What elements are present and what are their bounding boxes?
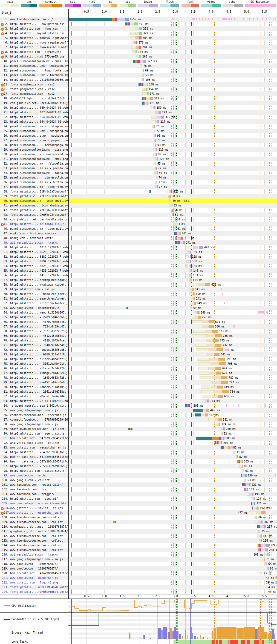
request-label[interactable]: 35. panel.sumaconsu... - dinnersclub.png: [0, 175, 69, 180]
request-label[interactable]: 25. panel.sumaconsu....mx - shipping.png: [0, 129, 69, 133]
request-label[interactable]: 66. http2.mlstatic....- 4170.7d6e8c46.js: [0, 320, 69, 324]
request-label[interactable]: 81. http2.mlstatic....- 2061.c5fd758d.js: [0, 389, 69, 394]
request-label[interactable]: ✕2. http2.mlstati... - navigation.css: [0, 22, 69, 26]
request-label[interactable]: 22. http2.mlstatic....954_042024-00.webp: [0, 115, 69, 119]
request-label[interactable]: 41. panel.sumaconsu... icon-whatsapp.svg: [0, 203, 69, 208]
request-label[interactable]: 116. api.mercadolibre.com - tracks: [0, 552, 69, 557]
request-label[interactable]: 61. http2.mlstatic....search-explorer.js: [0, 296, 69, 301]
request-label[interactable]: 98. http2.mlstatic.com - bases.min.js: [0, 468, 69, 473]
request-label[interactable]: 28. panel.sumaconsu... - mercadopago.png: [0, 143, 69, 147]
request-label[interactable]: 32. panel.sumaconsu...mx - falabella.png: [0, 161, 69, 166]
request-label[interactable]: 73. http2.mlstatic....- 6268.314a76f6.js: [0, 352, 69, 357]
request-label[interactable]: 94. http2.mlstatic....- 4392.fd803f61.js: [0, 450, 69, 455]
request-label[interactable]: 91. bam.nr-data.net...547a290c864571ffcc: [0, 436, 69, 441]
request-label[interactable]: 7. http2.mlstatic....ova-semibold.woff2: [0, 45, 69, 50]
request-label[interactable]: 103. www.facebook.com - trigger/: [0, 492, 69, 496]
request-label[interactable]: 117. www.googletagmanager.com - sw.js: [0, 557, 69, 562]
request-label[interactable]: 82. http2.mlstatic....rModal.1ae6c204.js: [0, 394, 69, 399]
request-label[interactable]: 118. www.google.com - 10808765874/: [0, 562, 69, 566]
request-label[interactable]: 85. www.googletagmanager.com - js: [0, 408, 69, 413]
request-label[interactable]: ✕107. www.gstatic.... recaptcha__en.js: [0, 510, 69, 515]
request-label[interactable]: ✕15. fonts.googleapis.com - css2: [0, 82, 69, 87]
request-label[interactable]: 68. http2.mlstatic....- 7921.d3e2c5f5.js: [0, 329, 69, 334]
request-label[interactable]: 13. panel.sumaconsu....mx - facebook.svg: [0, 73, 69, 77]
request-label[interactable]: ✕8. http2.mlstatic.com - styles.css: [0, 50, 69, 54]
request-label[interactable]: 1. www.tienda.coseche.com - /: [0, 17, 69, 22]
request-label[interactable]: 64. http2.mlstatic....mework.3230b367.js: [0, 310, 69, 315]
request-label[interactable]: 39. fonts.gstatic.c...VrLCz7Z1xlFQ.woff2: [0, 194, 69, 199]
request-label[interactable]: 21. http2.mlstatic....107_042024-00.webp: [0, 110, 69, 115]
request-label[interactable]: 47. unpkg.com - boxicons.min.css: [0, 231, 69, 236]
request-label[interactable]: 90. http2.mlstatic.com - agent.min.js: [0, 431, 69, 436]
request-label[interactable]: 33. panel.sumaconsu...ia.mx - presto.png: [0, 166, 69, 171]
request-label[interactable]: 114. www.tienda.coseche.com - collect: [0, 543, 69, 548]
request-label[interactable]: 111. googleads.g.do...net - 10808765874/: [0, 529, 69, 534]
request-label[interactable]: 57. http2.mlstatic....acking-mediator.js: [0, 278, 69, 282]
request-label[interactable]: 104. http2.mlstatic.com - ping.gif: [0, 496, 69, 501]
request-label[interactable]: ✕16. fonts.googleapis.com - css2: [0, 87, 69, 91]
request-label[interactable]: 99. www.google.com - anchor: [0, 473, 69, 478]
request-label[interactable]: 14. http2.mlstatic....22116300690030.png: [0, 77, 69, 82]
request-label[interactable]: 78. http2.mlstatic....- 1893.6653f726.js: [0, 375, 69, 380]
request-label[interactable]: 119. www.google.com - 10808765874/: [0, 566, 69, 571]
request-label[interactable]: 12. panel.sumaconsu... - logo-footer.png: [0, 68, 69, 73]
request-label[interactable]: ✕4. http2.mlstati...layout_styles.css: [0, 31, 69, 36]
request-label[interactable]: ✕45. http2.mlstati...- melidata.min.js: [0, 222, 69, 226]
request-label[interactable]: 121. www.google.com - webworker.js: [0, 576, 69, 580]
request-label[interactable]: 112. www.tienda.coseche.com - collect: [0, 534, 69, 538]
request-label[interactable]: 96. bam.nr-data.net...547a290c864571ffcc: [0, 459, 69, 464]
request-label[interactable]: 49. api.mercadolibre.com - tracks: [0, 240, 69, 245]
request-label[interactable]: ✕3. http2.mlstatic.com - home.css: [0, 26, 69, 31]
request-label[interactable]: 59. http2.mlstatic.com - psl.js: [0, 287, 69, 292]
request-label[interactable]: 74. http2.mlstatic....slider.48ca9df9.js: [0, 357, 69, 361]
request-label[interactable]: 89. stats.g.doubleclick.net - collect: [0, 427, 69, 431]
request-label[interactable]: 36. panel.sumaconsu...ia.mx - button.png: [0, 180, 69, 185]
request-label[interactable]: 34. panel.sumaconsultoria.mx - magna.png: [0, 171, 69, 175]
request-label[interactable]: 71. http2.mlstatic....- 7840.971d2c4d.js: [0, 343, 69, 347]
request-label[interactable]: 95. bam.nr-data.net...547a290c864571ffcc: [0, 455, 69, 459]
request-label[interactable]: ✕106. www.gstatic....- styles__ltr.css: [0, 506, 69, 510]
request-label[interactable]: 122. www.gstatic.com - logo_48.png: [0, 580, 69, 585]
request-label[interactable]: 31. panel.sumaconsultoria.mx - amex.png: [0, 157, 69, 161]
request-label[interactable]: 24. panel.sumaconsu...mx - instagram.svg: [0, 124, 69, 129]
request-label[interactable]: 83. http2.mlstatic....22111111012951.png: [0, 399, 69, 403]
request-label[interactable]: 55. http2.mlstatic....4839_122023-F.webp: [0, 268, 69, 273]
request-label[interactable]: 46. panel.sumaconsu...mx - icon-mail.svg: [0, 226, 69, 231]
request-label[interactable]: 80. http2.mlstatic....Banner.711af405.js: [0, 385, 69, 389]
request-label[interactable]: 11. panel.sumaconsu....mx - whatsapp.svg: [0, 64, 69, 68]
request-label[interactable]: 110. googleads.g.do...net - 10808765874/: [0, 524, 69, 529]
request-label[interactable]: 79. http2.mlstatic....uselV2.a67cd3e0.js: [0, 380, 69, 385]
request-label[interactable]: 88. www.googletagmanager.com - js: [0, 422, 69, 427]
request-label[interactable]: 72. http2.mlstatic.... index.36055b88.js: [0, 347, 69, 352]
request-label[interactable]: 51. http2.mlstatic....6628_122023-F.webp: [0, 250, 69, 254]
request-label[interactable]: 52. http2.mlstatic....6382_122023-F.webp: [0, 254, 69, 259]
request-label[interactable]: ✕17. fonts.googleapis.com - css2: [0, 91, 69, 96]
request-label[interactable]: 102. www.facebook.com - tr/: [0, 487, 69, 492]
request-label[interactable]: 5. http2.mlstatic....manova-light.woff2: [0, 36, 69, 40]
request-label[interactable]: 123. fonts.gstatic....u92Fr1Mu4mxK.woff2: [0, 585, 69, 590]
request-label[interactable]: 109. www.tienda.coseche.com - collect: [0, 520, 69, 524]
request-label[interactable]: 97. http2.mlstatic....- 5363.f6a9a865.js: [0, 464, 69, 468]
request-label[interactable]: 38. fonts.gstatic.c...1iPHjc5a7duw.woff2: [0, 189, 69, 194]
request-label[interactable]: 84. js-agent.newrel...spa-1.302.0.min.js: [0, 403, 69, 408]
request-label[interactable]: 48. unpkg.com - boxicons.woff2: [0, 236, 69, 240]
request-label[interactable]: 105. www.googletagm...m - sw_iframe.html: [0, 501, 69, 506]
request-label[interactable]: 50. http2.mlstatic....6316_122023-F.webp: [0, 245, 69, 250]
request-label[interactable]: 29. panel.sumaconsultoria.mx - visa.png: [0, 147, 69, 152]
request-label[interactable]: 6. http2.mlstatic....nova-regular.woff2: [0, 40, 69, 45]
request-label[interactable]: 40. panel.sumaconsu...x - icon-email.svg: [0, 199, 69, 203]
request-label[interactable]: 77. http2.mlstatic....lImage.284d78e4.js: [0, 371, 69, 375]
request-label[interactable]: 53. http2.mlstatic....8894_122023-F.webp: [0, 259, 69, 264]
request-label[interactable]: 101. www.facebook.com - registration/: [0, 482, 69, 487]
request-label[interactable]: 76. http2.mlstatic....allery.7c54472b.js: [0, 366, 69, 371]
request-label[interactable]: 62. http2.mlstatic....cription-footer.js: [0, 301, 69, 306]
request-label[interactable]: 87. connect.faceboo... - 678796661094863: [0, 417, 69, 422]
request-label[interactable]: 58. http2.mlstatic....whatsapp-widget.js: [0, 282, 69, 287]
request-label[interactable]: 75. http2.mlstatic....- 3161.ba4b491f.js: [0, 361, 69, 366]
request-label[interactable]: 26. panel.sumaconsu...a.mx - package.png: [0, 133, 69, 138]
request-label[interactable]: ✕9. http2.mlstati...html.675cee65.css: [0, 54, 69, 59]
request-label[interactable]: 113. www.tienda.coseche.com - collect: [0, 538, 69, 543]
request-label[interactable]: 44. cdn.jsdelivr.net...er-bundle.min.css: [0, 217, 69, 222]
request-label[interactable]: 23. http2.mlstatic....044_042024-00.webp: [0, 119, 69, 124]
request-label[interactable]: 19. cdn.jsdelivr.net...per-bundle.min.js: [0, 101, 69, 105]
